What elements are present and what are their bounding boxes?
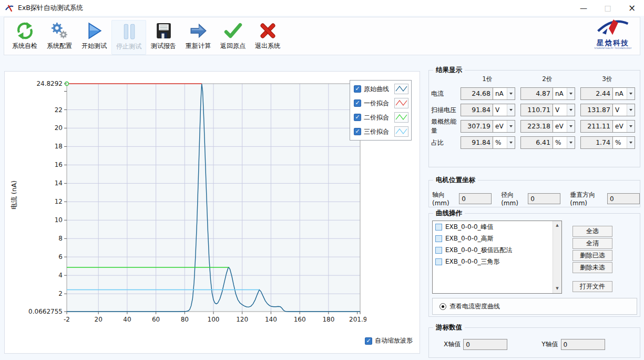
unit-select[interactable]: % [613,136,635,149]
checkbox-checked-icon[interactable]: ✓ [365,337,372,345]
vertical-input[interactable] [607,193,640,204]
delete-unselected-button[interactable]: 删除未选 [573,262,612,273]
recalculate-button[interactable]: 重新计算 [181,20,216,55]
value-field[interactable]: 223.18 [520,120,553,133]
svg-text:40: 40 [123,316,131,323]
chart-plot[interactable]: -220406080100120140160180201.980.0662755… [26,76,366,327]
logo-name: 星焓科技 [590,39,636,46]
titlebar: ExB探针自动测试系统 — □ × [0,0,644,16]
legend-line-swatch [394,112,408,123]
unit-select[interactable]: % [493,136,515,149]
select-all-button[interactable]: 全选 [573,226,612,237]
open-file-button[interactable]: 打开文件 [573,281,612,292]
checkbox-checked-icon[interactable]: ✓ [354,128,361,135]
checkbox-unchecked-icon[interactable] [435,224,442,231]
checkbox-checked-icon[interactable]: ✓ [354,85,361,93]
column-header: 1价 [459,75,515,84]
autoscale-toggle[interactable]: ✓ 自动缩放波形 [365,336,413,345]
value-field[interactable]: 24.68 [461,87,493,100]
curve-listbox[interactable]: EXB_0-0-0_峰值 EXB_0-0-0_高斯 EXB_0-0-0_极值匹配… [432,221,562,294]
unit-select[interactable]: eV [613,120,635,133]
pause-icon [119,22,139,41]
svg-text:20: 20 [55,124,63,132]
checkbox-unchecked-icon[interactable] [435,235,442,242]
value-field[interactable]: 4.87 [520,87,553,100]
value-field[interactable]: 211.11 [580,120,613,133]
self-check-button[interactable]: 系统自检 [7,20,42,55]
row-label: 扫描电压 [431,106,461,115]
chevron-down-icon [507,137,515,148]
svg-text:14: 14 [55,179,63,187]
svg-text:4: 4 [58,272,63,279]
chevron-down-icon [627,137,635,148]
value-field[interactable]: 91.84 [461,104,493,116]
row-label: 占比 [431,138,461,147]
list-item[interactable]: EXB_0-0-0_高斯 [433,233,561,244]
current-density-radio-row[interactable]: 查看电流密度曲线 [432,298,637,315]
scroll-down-icon[interactable]: ▼ [553,284,561,293]
y-value-input[interactable] [561,339,605,350]
close-red-icon [258,21,278,41]
unit-select[interactable]: nA [493,87,515,100]
cursor-values-group: 游标数值 X轴值 Y轴值 [428,327,640,358]
legend-item-fit3[interactable]: ✓ 三价拟合 [354,126,408,137]
unit-select[interactable]: nA [553,87,575,100]
legend-item-fit2[interactable]: ✓ 二价拟合 [354,112,408,123]
value-field[interactable]: 6.41 [520,136,553,149]
unit-select[interactable]: nA [613,87,635,100]
value-field[interactable]: 91.84 [461,136,493,149]
results-row-ratio: 占比 91.84 % 6.41 % 1.74 % [431,136,635,149]
list-item[interactable]: EXB_0-0-0_三角形 [433,256,561,267]
radio-selected-icon[interactable] [439,303,446,310]
chart-panel: 电流 (nA) -220406080100120140160180201.980… [4,71,420,354]
window-title: ExB探针自动测试系统 [18,4,83,13]
start-test-button[interactable]: 开始测试 [77,20,111,55]
radial-input[interactable] [528,193,560,204]
tool-label: 退出系统 [255,42,280,51]
value-field[interactable]: 1.74 [580,136,613,149]
save-icon [154,21,173,41]
minimize-button[interactable]: — [571,0,596,16]
list-item[interactable]: EXB_0-0-0_峰值 [433,221,561,233]
config-button[interactable]: 系统配置 [42,20,77,55]
unit-select[interactable]: V [553,104,575,116]
curve-operations-group: 曲线操作 EXB_0-0-0_峰值 EXB_0-0-0_高斯 EXB_0-0-0… [428,213,640,317]
toolbar: 系统自检 系统配置 开始测试 [4,17,640,55]
value-field[interactable]: 307.19 [461,120,493,133]
list-item[interactable]: EXB_0-0-0_极值匹配法 [433,244,561,256]
delete-selected-button[interactable]: 删除已选 [573,250,612,261]
unit-select[interactable]: V [493,104,515,116]
checkbox-checked-icon[interactable]: ✓ [354,114,361,121]
svg-text:6: 6 [58,253,63,261]
tool-label: 重新计算 [186,42,211,51]
chevron-down-icon [567,88,575,99]
test-report-button[interactable]: 测试报告 [146,20,181,55]
value-field[interactable]: 2.44 [580,87,613,100]
value-field[interactable]: 131.87 [580,104,613,116]
axial-input[interactable] [459,193,492,204]
clear-all-button[interactable]: 全清 [573,238,612,249]
return-origin-button[interactable]: 返回原点 [216,20,250,55]
maximize-button[interactable]: □ [596,0,620,16]
checkbox-unchecked-icon[interactable] [435,258,442,265]
scroll-up-icon[interactable]: ▲ [553,221,561,230]
checkbox-unchecked-icon[interactable] [435,247,442,254]
chevron-down-icon [627,88,635,99]
results-group: 结果显示 1价 2价 3价 电流 24.68 nA 4.87 nA 2.44 n… [428,70,640,167]
exit-button[interactable]: 退出系统 [250,20,285,55]
y-axis-title: 电流 (nA) [10,169,19,222]
legend-item-original[interactable]: ✓ 原始曲线 [354,84,408,94]
checkbox-checked-icon[interactable]: ✓ [354,99,361,107]
value-field[interactable]: 110.71 [520,104,553,116]
legend-item-fit1[interactable]: ✓ 一价拟合 [354,98,408,108]
unit-select[interactable]: % [553,136,575,149]
scrollbar[interactable]: ▲ ▼ [553,221,561,293]
results-row-current: 电流 24.68 nA 4.87 nA 2.44 nA [431,87,635,100]
close-button[interactable]: × [620,0,644,16]
x-value-input[interactable] [463,339,507,350]
svg-text:8: 8 [58,235,63,242]
unit-select[interactable]: eV [553,120,575,133]
unit-select[interactable]: eV [493,120,515,133]
unit-select[interactable]: V [613,104,635,116]
axial-label: 轴向(mm) [432,191,456,207]
